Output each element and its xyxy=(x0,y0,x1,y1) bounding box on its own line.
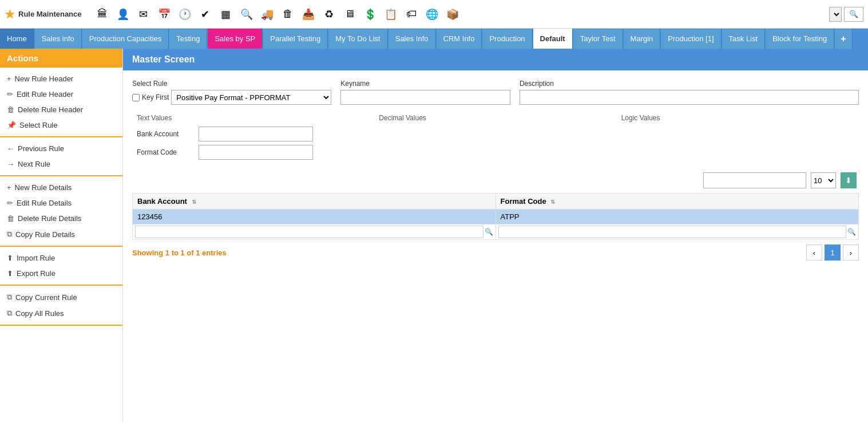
nav-tab-production-capacities[interactable]: Production Capacities xyxy=(82,29,169,49)
sidebar-item-copy-rule-details[interactable]: ⧉Copy Rule Details xyxy=(0,226,122,242)
data-table: Bank Account ⇅ Format Code ⇅ 123456ATPP xyxy=(132,193,859,240)
box-icon[interactable]: 📦 xyxy=(443,5,462,23)
keyname-input[interactable]: PPFORMAT xyxy=(340,90,510,105)
key-first-checkbox[interactable] xyxy=(132,94,140,101)
checkmark-icon[interactable]: ✔ xyxy=(196,5,215,23)
copy-rule-details-label: Copy Rule Details xyxy=(15,230,75,239)
search-magnify-icon[interactable]: 🔍 xyxy=(237,5,256,23)
import-rule-icon: ⬆ xyxy=(7,254,13,262)
sidebar-item-new-rule-details[interactable]: +New Rule Details xyxy=(0,180,122,195)
content-body: Select Rule Key First Positive Pay Forma… xyxy=(123,70,868,270)
nav-tab-production[interactable]: Production xyxy=(482,29,532,49)
truck-icon[interactable]: 🚚 xyxy=(258,5,276,23)
select-rule-row: Select Rule Key First Positive Pay Forma… xyxy=(132,80,859,105)
nav-tab-crm-info[interactable]: CRM Info xyxy=(437,29,482,49)
bank-account-col-header[interactable]: Bank Account ⇅ xyxy=(133,194,496,210)
search-select[interactable] xyxy=(829,7,842,22)
clock-icon[interactable]: 🕐 xyxy=(176,5,194,23)
sidebar-item-copy-all-rules[interactable]: ⧉Copy All Rules xyxy=(0,305,122,321)
content-area: Master Screen Select Rule Key First Posi… xyxy=(123,49,868,422)
keyname-label: Keyname xyxy=(340,80,510,88)
recycle-icon[interactable]: ♻ xyxy=(320,5,338,23)
dollar-icon[interactable]: 💲 xyxy=(361,5,379,23)
sidebar-section-2: +New Rule Details✏Edit Rule Details🗑Dele… xyxy=(0,176,122,247)
sidebar-item-delete-rule-header[interactable]: 🗑Delete Rule Header xyxy=(0,102,122,117)
nav-tab-margin[interactable]: Margin xyxy=(624,29,661,49)
sidebar-section-0: +New Rule Header✏Edit Rule Header🗑Delete… xyxy=(0,68,122,137)
nav-tab-taylor-test[interactable]: Taylor Test xyxy=(573,29,623,49)
format-code-input[interactable]: ATPP xyxy=(199,145,313,160)
delete-rule-header-icon: 🗑 xyxy=(7,105,14,114)
nav-tab-+[interactable]: + xyxy=(835,29,852,49)
nav-tab-production-[1][interactable]: Production [1] xyxy=(661,29,721,49)
page-buttons: ‹ 1 › xyxy=(806,244,859,261)
page-1-button[interactable]: 1 xyxy=(825,244,841,261)
new-rule-details-label: New Rule Details xyxy=(15,183,72,192)
bank-account-sort-icon: ⇅ xyxy=(192,199,196,205)
format-code-col-header[interactable]: Format Code ⇅ xyxy=(496,194,859,210)
sidebar-item-new-rule-header[interactable]: +New Rule Header xyxy=(0,71,122,86)
bank-account-filter-icon: 🔍 xyxy=(485,228,493,236)
sidebar-item-select-rule[interactable]: 📌Select Rule xyxy=(0,117,122,133)
sidebar-item-previous-rule[interactable]: ←Previous Rule xyxy=(0,141,122,156)
nav-tab-my-to-do-list[interactable]: My To Do List xyxy=(328,29,388,49)
nav-tabs: HomeSales infoProduction CapacitiesTesti… xyxy=(0,29,868,49)
new-rule-details-icon: + xyxy=(7,183,11,192)
bank-account-input[interactable]: 123456 xyxy=(199,127,313,141)
sidebar-item-edit-rule-header[interactable]: ✏Edit Rule Header xyxy=(0,86,122,102)
nav-tab-task-list[interactable]: Task List xyxy=(722,29,766,49)
copy-current-rule-icon: ⧉ xyxy=(7,293,12,302)
nav-tab-default[interactable]: Default xyxy=(533,29,573,49)
bank-icon[interactable]: 🏛 xyxy=(93,5,112,23)
bank-account-filter-input[interactable] xyxy=(135,226,483,238)
edit-rule-details-label: Edit Rule Details xyxy=(17,199,72,207)
sidebar-item-delete-rule-details[interactable]: 🗑Delete Rule Details xyxy=(0,211,122,226)
export-button[interactable]: ⬇ xyxy=(841,172,857,188)
nav-tab-home[interactable]: Home xyxy=(0,29,34,49)
table-search-input[interactable] xyxy=(703,172,806,188)
sidebar-sections: +New Rule Header✏Edit Rule Header🗑Delete… xyxy=(0,68,122,326)
format-code-sort-icon: ⇅ xyxy=(550,199,555,205)
prev-page-button[interactable]: ‹ xyxy=(806,244,822,261)
key-first-label: Key First xyxy=(142,93,169,101)
select-rule-group: Select Rule Key First Positive Pay Forma… xyxy=(132,80,331,105)
envelope-icon[interactable]: ✉ xyxy=(134,5,153,23)
sidebar-item-next-rule[interactable]: →Next Rule xyxy=(0,156,122,172)
sidebar-item-export-rule[interactable]: ⬆Export Rule xyxy=(0,266,122,281)
nav-tab-sales-by-sp[interactable]: Sales by SP xyxy=(208,29,263,49)
page-size-select[interactable]: 10 25 50 100 xyxy=(811,172,836,188)
grid-icon[interactable]: ▦ xyxy=(217,5,235,23)
nav-tab-testing[interactable]: Testing xyxy=(169,29,207,49)
calendar-icon[interactable]: 📅 xyxy=(155,5,173,23)
format-code-filter-input[interactable] xyxy=(498,226,847,238)
monitor-icon[interactable]: 🖥 xyxy=(340,5,359,23)
person-icon[interactable]: 👤 xyxy=(114,5,132,23)
select-rule-icon: 📌 xyxy=(7,121,16,129)
nav-tab-block-for-testing[interactable]: Block for Testing xyxy=(766,29,834,49)
bank-account-cell: 123456 xyxy=(133,210,496,224)
delete-rule-header-label: Delete Rule Header xyxy=(18,105,83,114)
sidebar-item-edit-rule-details[interactable]: ✏Edit Rule Details xyxy=(0,195,122,211)
topbar: ★ Rule Maintenance 🏛👤✉📅🕐✔▦🔍🚚🗑📥♻🖥💲📋🏷🌐📦 🔍 xyxy=(0,0,868,29)
format-code-row: Format Code ATPP xyxy=(137,145,370,160)
description-input[interactable]: Positive Pay Format xyxy=(520,90,859,105)
table-row[interactable]: 123456ATPP xyxy=(133,210,859,224)
trash-icon[interactable]: 🗑 xyxy=(279,5,297,23)
search-button[interactable]: 🔍 xyxy=(844,7,863,22)
nav-tab-sales-info[interactable]: Sales info xyxy=(35,29,82,49)
bank-account-row: Bank Account 123456 xyxy=(137,127,370,141)
sidebar-item-import-rule[interactable]: ⬆Import Rule xyxy=(0,250,122,266)
nav-tab-sales-info[interactable]: Sales Info xyxy=(389,29,436,49)
sidebar-section-3: ⬆Import Rule⬆Export Rule xyxy=(0,247,122,286)
format-code-cell: ATPP xyxy=(496,210,859,224)
world-icon[interactable]: 🌐 xyxy=(423,5,441,23)
tag-icon[interactable]: 🏷 xyxy=(402,5,421,23)
select-rule-dropdown[interactable]: Positive Pay Format - PPFORMAT xyxy=(171,90,331,105)
next-page-button[interactable]: › xyxy=(843,244,859,261)
inbox-icon[interactable]: 📥 xyxy=(299,5,318,23)
nav-tab-parallel-testing[interactable]: Parallel Testing xyxy=(263,29,328,49)
showing-text: Showing 1 to 1 of 1 entries xyxy=(132,249,227,257)
book-icon[interactable]: 📋 xyxy=(382,5,400,23)
sidebar-item-copy-current-rule[interactable]: ⧉Copy Current Rule xyxy=(0,289,122,305)
previous-rule-icon: ← xyxy=(7,144,14,153)
